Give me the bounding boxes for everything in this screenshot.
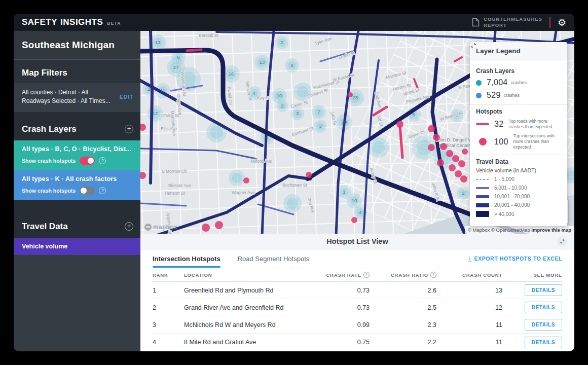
svg-text:3: 3: [296, 111, 299, 116]
svg-text:13: 13: [155, 40, 161, 45]
hotspot-list-panel: Hotspot List View Intersection Hotspots …: [140, 234, 574, 351]
svg-text:Milford Ave: Milford Ave: [250, 159, 272, 164]
volume-label: 1 - 5,000: [494, 176, 514, 182]
sidebar-filler: [14, 255, 140, 351]
rank-cell: 4: [153, 339, 184, 346]
show-hotspots-toggle[interactable]: [80, 187, 95, 195]
svg-text:John D. Dingell VA: John D. Dingell VA: [436, 137, 474, 142]
svg-text:10: 10: [277, 93, 282, 98]
volume-swatch-icon: [476, 179, 489, 180]
travel-data-title: Travel Data: [22, 222, 68, 232]
crash-layers-header: Crash Layers +: [14, 112, 140, 140]
help-icon[interactable]: ?: [430, 272, 436, 278]
hotspot-desc: Top roads with more crashes than expecte…: [508, 119, 561, 130]
volume-swatch-icon: [476, 195, 489, 198]
mapbox-icon: m: [144, 224, 152, 231]
export-label: EXPORT HOTSPOTS TO EXCEL: [474, 256, 562, 262]
logo-insights: INSIGHTS: [60, 17, 103, 27]
volume-label: 5,001 - 10,000: [494, 185, 527, 191]
hotspot-count: 100: [494, 137, 508, 147]
rank-cell: 2: [153, 304, 184, 311]
region-title: Southeast Michigan: [22, 40, 132, 51]
crash-rate-cell: 0.73: [305, 287, 370, 294]
svg-text:20: 20: [342, 119, 347, 125]
map-filters-header: Map Filters: [14, 60, 140, 83]
legend-travel-subtitle: Vehicle volume (in AADT): [476, 167, 561, 173]
edit-filters-button[interactable]: EDIT: [120, 94, 133, 100]
svg-text:5: 5: [412, 112, 415, 117]
crash-layer-card[interactable]: All types · B, C, O · Bicyclist, Dist...…: [14, 140, 140, 170]
column-header-location: LOCATION: [184, 272, 305, 278]
crash-count: 7,004: [487, 78, 508, 87]
crash-count-cell: 11: [436, 339, 502, 346]
table-row: 3McNichols Rd W and Meyers Rd0.992.311DE…: [153, 316, 562, 334]
volume-label: 20,001 - 40,000: [494, 202, 530, 208]
help-icon[interactable]: ?: [363, 272, 370, 278]
legend-hotspot-item: 100 Top intersections with more crashes …: [476, 133, 561, 150]
add-crash-layer-icon[interactable]: +: [125, 125, 133, 133]
crash-ratio-cell: 2.3: [370, 321, 436, 328]
hotspot-count: 32: [494, 120, 503, 129]
blue-dot-icon: [476, 93, 482, 98]
mapbox-logo[interactable]: m mapbox: [144, 224, 177, 231]
crash-rate-cell: 0.73: [305, 304, 370, 311]
crash-rate-cell: 0.99: [305, 321, 370, 328]
legend-title: Layer Legend: [476, 47, 521, 55]
hotspot-panel-title: Hotspot List View: [158, 237, 557, 245]
legend-crash-item: 7,004 crashes: [476, 78, 561, 87]
crash-unit: crashes: [511, 80, 527, 85]
beta-badge: BETA: [107, 21, 121, 26]
details-button[interactable]: DETAILS: [525, 337, 562, 348]
map-filters-title: Map Filters: [22, 68, 132, 78]
gear-icon[interactable]: ⚙: [558, 18, 566, 27]
help-icon[interactable]: ?: [99, 157, 106, 164]
column-header-rank: RANK: [153, 272, 184, 278]
svg-text:4: 4: [252, 90, 255, 96]
filter-summary-row: All counties · Detroit · All Roadways Se…: [14, 83, 140, 112]
svg-text:1: 1: [343, 189, 345, 195]
show-hotspots-toggle[interactable]: [80, 157, 95, 165]
crash-count: 529: [487, 91, 501, 100]
table-row: 1Greenfield Rd and Plymouth Rd0.732.613D…: [153, 282, 562, 299]
hotspot-table: RANKLOCATIONCRASH RATE?CRASH RATIO?CRASH…: [140, 268, 574, 351]
volume-swatch-icon: [476, 187, 489, 189]
tabs-row: Intersection Hotspots Road Segment Hotsp…: [140, 249, 574, 268]
crash-layer-card[interactable]: All types · K · All crash factors Show c…: [14, 170, 140, 200]
topbar-divider: [549, 17, 550, 28]
map-attribution: © Mapbox © OpenStreetMap Improve this ma…: [465, 226, 574, 234]
hotspot-intersection-icon: [479, 138, 487, 145]
collapse-icon[interactable]: [557, 236, 567, 246]
details-button[interactable]: DETAILS: [525, 284, 562, 296]
details-button[interactable]: DETAILS: [525, 319, 562, 331]
report-label: COUNTERMEASURESREPORT: [484, 16, 542, 28]
svg-text:4: 4: [359, 209, 361, 215]
crash-ratio-cell: 2.6: [370, 287, 436, 294]
svg-text:16: 16: [229, 71, 234, 77]
export-hotspots-button[interactable]: ↓ EXPORT HOTSPOTS TO EXCEL: [468, 255, 562, 262]
column-header-see-more: SEE MORE: [502, 272, 562, 278]
map-canvas[interactable]: 1362721112161328410232573205211042Kendal…: [140, 31, 574, 234]
sidebar: Southeast Michigan Map Filters All count…: [14, 31, 140, 351]
svg-text:Buchanan St: Buchanan St: [282, 182, 307, 188]
travel-layer-card[interactable]: Vehicle volume: [14, 238, 140, 255]
svg-text:Kay St: Kay St: [257, 95, 270, 100]
legend-volume-item: 1 - 5,000: [476, 176, 561, 182]
document-icon: [472, 18, 480, 27]
travel-data-header: Travel Data +: [14, 200, 140, 238]
countermeasures-report-button[interactable]: COUNTERMEASURESREPORT: [472, 16, 542, 28]
location-cell: Greenfield Rd and Plymouth Rd: [184, 287, 305, 294]
rank-cell: 3: [153, 321, 184, 328]
improve-map-link[interactable]: Improve this map: [531, 227, 571, 233]
tab-intersection-hotspots[interactable]: Intersection Hotspots: [153, 249, 220, 268]
details-button[interactable]: DETAILS: [525, 302, 562, 313]
svg-text:Blesser Ave: Blesser Ave: [168, 183, 191, 188]
svg-text:2: 2: [462, 190, 464, 196]
app-logo: SAFETY INSIGHTS BETA: [22, 17, 121, 27]
crash-layers-title: Crash Layers: [22, 124, 77, 134]
svg-text:S Morrow Cir: S Morrow Cir: [162, 169, 187, 174]
tab-road-segment-hotspots[interactable]: Road Segment Hotspots: [238, 249, 310, 268]
location-cell: McNichols Rd W and Meyers Rd: [184, 321, 305, 328]
help-icon[interactable]: ?: [99, 187, 106, 194]
add-travel-layer-icon[interactable]: +: [125, 222, 133, 231]
crash-count-cell: 13: [436, 287, 502, 294]
